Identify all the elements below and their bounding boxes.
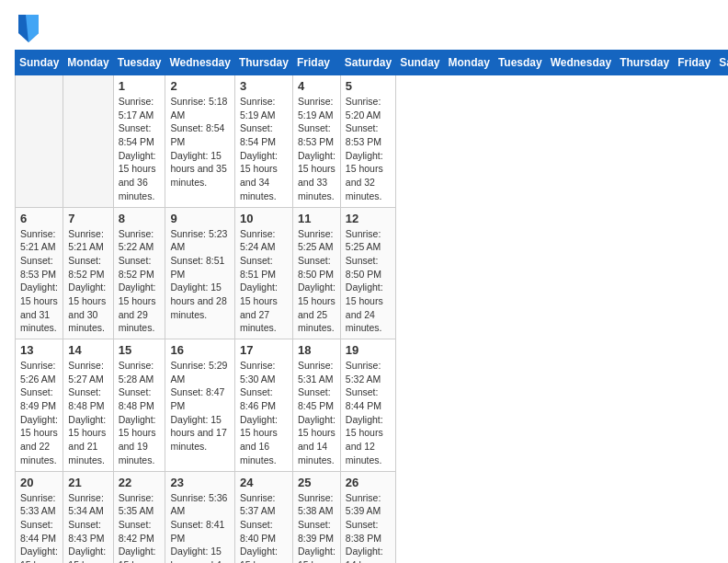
- day-cell: 10Sunrise: 5:24 AMSunset: 8:51 PMDayligh…: [234, 207, 292, 339]
- day-info: Sunrise: 5:33 AMSunset: 8:44 PMDaylight:…: [20, 491, 58, 564]
- day-number: 23: [170, 476, 229, 489]
- day-cell: 26Sunrise: 5:39 AMSunset: 8:38 PMDayligh…: [340, 471, 395, 563]
- day-cell: 20Sunrise: 5:33 AMSunset: 8:44 PMDayligh…: [16, 471, 63, 563]
- week-row-2: 6Sunrise: 5:21 AMSunset: 8:53 PMDaylight…: [16, 207, 729, 339]
- day-cell: 7Sunrise: 5:21 AMSunset: 8:52 PMDaylight…: [63, 207, 113, 339]
- day-info: Sunrise: 5:28 AMSunset: 8:48 PMDaylight:…: [119, 359, 161, 467]
- day-info: Sunrise: 5:29 AMSunset: 8:47 PMDaylight:…: [170, 359, 229, 454]
- day-number: 8: [119, 212, 161, 225]
- day-cell: 3Sunrise: 5:19 AMSunset: 8:54 PMDaylight…: [234, 75, 292, 208]
- day-number: 18: [298, 343, 336, 357]
- day-number: 11: [298, 212, 336, 225]
- day-cell: 5Sunrise: 5:20 AMSunset: 8:53 PMDaylight…: [340, 75, 395, 208]
- day-info: Sunrise: 5:18 AMSunset: 8:54 PMDaylight:…: [170, 95, 229, 190]
- day-info: Sunrise: 5:25 AMSunset: 8:50 PMDaylight:…: [346, 227, 391, 336]
- day-cell: 24Sunrise: 5:37 AMSunset: 8:40 PMDayligh…: [234, 471, 292, 563]
- col-header-sunday: Sunday: [16, 51, 63, 75]
- day-cell: 14Sunrise: 5:27 AMSunset: 8:48 PMDayligh…: [63, 339, 113, 472]
- col-header-thursday: Thursday: [234, 51, 292, 75]
- day-cell: 19Sunrise: 5:32 AMSunset: 8:44 PMDayligh…: [340, 339, 395, 472]
- day-info: Sunrise: 5:32 AMSunset: 8:44 PMDaylight:…: [346, 359, 391, 467]
- day-number: 15: [119, 343, 161, 357]
- day-cell: 6Sunrise: 5:21 AMSunset: 8:53 PMDaylight…: [16, 207, 63, 339]
- day-cell: [63, 75, 113, 208]
- day-cell: 17Sunrise: 5:30 AMSunset: 8:46 PMDayligh…: [234, 339, 292, 472]
- col-header-wednesday: Wednesday: [546, 51, 615, 75]
- day-info: Sunrise: 5:26 AMSunset: 8:49 PMDaylight:…: [20, 359, 58, 467]
- day-cell: 2Sunrise: 5:18 AMSunset: 8:54 PMDaylight…: [165, 75, 234, 208]
- day-number: 16: [170, 343, 229, 357]
- day-info: Sunrise: 5:24 AMSunset: 8:51 PMDaylight:…: [240, 227, 288, 336]
- day-number: 25: [298, 476, 336, 489]
- day-cell: 12Sunrise: 5:25 AMSunset: 8:50 PMDayligh…: [340, 207, 395, 339]
- day-info: Sunrise: 5:25 AMSunset: 8:50 PMDaylight:…: [298, 227, 336, 336]
- day-cell: 15Sunrise: 5:28 AMSunset: 8:48 PMDayligh…: [113, 339, 165, 472]
- day-info: Sunrise: 5:37 AMSunset: 8:40 PMDaylight:…: [240, 491, 288, 564]
- page-header: [15, 15, 713, 40]
- day-cell: 9Sunrise: 5:23 AMSunset: 8:51 PMDaylight…: [165, 207, 234, 339]
- day-number: 20: [20, 476, 58, 489]
- day-cell: 16Sunrise: 5:29 AMSunset: 8:47 PMDayligh…: [165, 339, 234, 472]
- col-header-saturday: Saturday: [340, 51, 395, 75]
- col-header-monday: Monday: [63, 51, 113, 75]
- day-number: 2: [170, 79, 229, 93]
- col-header-friday: Friday: [674, 51, 715, 75]
- day-info: Sunrise: 5:36 AMSunset: 8:41 PMDaylight:…: [170, 491, 229, 564]
- day-number: 19: [346, 343, 391, 357]
- day-info: Sunrise: 5:27 AMSunset: 8:48 PMDaylight:…: [68, 359, 108, 467]
- calendar-table: SundayMondayTuesdayWednesdayThursdayFrid…: [15, 50, 728, 563]
- day-info: Sunrise: 5:21 AMSunset: 8:53 PMDaylight:…: [20, 227, 58, 336]
- day-cell: 22Sunrise: 5:35 AMSunset: 8:42 PMDayligh…: [113, 471, 165, 563]
- day-number: 6: [20, 212, 58, 225]
- day-number: 10: [240, 212, 288, 225]
- week-row-3: 13Sunrise: 5:26 AMSunset: 8:49 PMDayligh…: [16, 339, 729, 472]
- col-header-tuesday: Tuesday: [494, 51, 546, 75]
- day-info: Sunrise: 5:35 AMSunset: 8:42 PMDaylight:…: [119, 491, 161, 564]
- col-header-sunday: Sunday: [396, 51, 444, 75]
- col-header-wednesday: Wednesday: [165, 51, 234, 75]
- logo: [15, 15, 37, 40]
- day-info: Sunrise: 5:39 AMSunset: 8:38 PMDaylight:…: [346, 491, 391, 564]
- day-number: 24: [240, 476, 288, 489]
- day-number: 22: [119, 476, 161, 489]
- day-number: 4: [298, 79, 336, 93]
- day-cell: 1Sunrise: 5:17 AMSunset: 8:54 PMDaylight…: [113, 75, 165, 208]
- day-info: Sunrise: 5:34 AMSunset: 8:43 PMDaylight:…: [68, 491, 108, 564]
- header-row: SundayMondayTuesdayWednesdayThursdayFrid…: [16, 51, 729, 75]
- day-cell: 18Sunrise: 5:31 AMSunset: 8:45 PMDayligh…: [292, 339, 340, 472]
- day-cell: 11Sunrise: 5:25 AMSunset: 8:50 PMDayligh…: [292, 207, 340, 339]
- day-cell: [16, 75, 63, 208]
- day-cell: 23Sunrise: 5:36 AMSunset: 8:41 PMDayligh…: [165, 471, 234, 563]
- day-cell: 4Sunrise: 5:19 AMSunset: 8:53 PMDaylight…: [292, 75, 340, 208]
- day-number: 13: [20, 343, 58, 357]
- day-info: Sunrise: 5:22 AMSunset: 8:52 PMDaylight:…: [119, 227, 161, 336]
- week-row-1: 1Sunrise: 5:17 AMSunset: 8:54 PMDaylight…: [16, 75, 729, 208]
- day-info: Sunrise: 5:30 AMSunset: 8:46 PMDaylight:…: [240, 359, 288, 467]
- day-number: 9: [170, 212, 229, 225]
- col-header-friday: Friday: [292, 51, 340, 75]
- day-cell: 25Sunrise: 5:38 AMSunset: 8:39 PMDayligh…: [292, 471, 340, 563]
- day-number: 7: [68, 212, 108, 225]
- day-info: Sunrise: 5:19 AMSunset: 8:53 PMDaylight:…: [298, 95, 336, 203]
- col-header-monday: Monday: [444, 51, 494, 75]
- day-number: 17: [240, 343, 288, 357]
- day-number: 12: [346, 212, 391, 225]
- day-number: 21: [68, 476, 108, 489]
- logo-icon: [18, 15, 37, 40]
- col-header-tuesday: Tuesday: [113, 51, 165, 75]
- day-number: 14: [68, 343, 108, 357]
- day-info: Sunrise: 5:31 AMSunset: 8:45 PMDaylight:…: [298, 359, 336, 467]
- day-cell: 21Sunrise: 5:34 AMSunset: 8:43 PMDayligh…: [63, 471, 113, 563]
- day-info: Sunrise: 5:19 AMSunset: 8:54 PMDaylight:…: [240, 95, 288, 203]
- day-number: 1: [119, 79, 161, 93]
- day-number: 5: [346, 79, 391, 93]
- col-header-thursday: Thursday: [616, 51, 674, 75]
- day-number: 3: [240, 79, 288, 93]
- day-number: 26: [346, 476, 391, 489]
- col-header-saturday: Saturday: [715, 51, 728, 75]
- day-cell: 13Sunrise: 5:26 AMSunset: 8:49 PMDayligh…: [16, 339, 63, 472]
- day-info: Sunrise: 5:20 AMSunset: 8:53 PMDaylight:…: [346, 95, 391, 203]
- week-row-4: 20Sunrise: 5:33 AMSunset: 8:44 PMDayligh…: [16, 471, 729, 563]
- day-info: Sunrise: 5:17 AMSunset: 8:54 PMDaylight:…: [119, 95, 161, 203]
- day-info: Sunrise: 5:38 AMSunset: 8:39 PMDaylight:…: [298, 491, 336, 564]
